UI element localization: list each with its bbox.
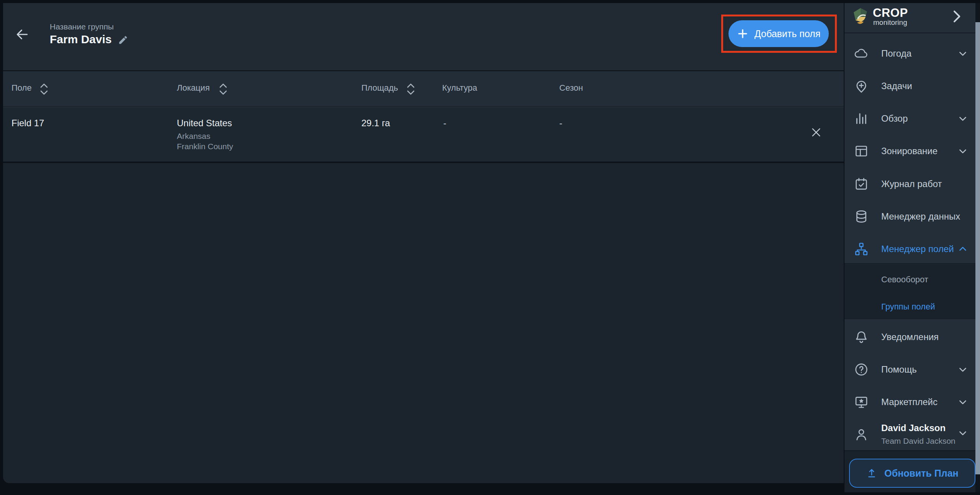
- layout-icon: [854, 143, 869, 159]
- chevron-up-icon: [957, 243, 969, 255]
- sidebar-scrollbar-thumb[interactable]: [975, 22, 980, 474]
- crop-logo-icon: [851, 7, 870, 26]
- sidebar-item-zoning[interactable]: Зонирование: [844, 135, 980, 168]
- page-title: Farm Davis: [50, 33, 112, 46]
- sidebar-item-label: Менеджер данных: [881, 211, 960, 222]
- edit-group-name-button[interactable]: [116, 34, 129, 47]
- column-header-crop: Культура: [442, 83, 477, 93]
- logo-title: CROP: [873, 6, 908, 20]
- database-icon: [854, 209, 869, 224]
- cloud-icon: [854, 46, 869, 61]
- sidebar-subitem-field-groups[interactable]: Группы полей: [881, 302, 935, 312]
- remove-row-button[interactable]: [807, 123, 825, 142]
- sidebar-bottom-bar: Обновить План: [844, 450, 980, 492]
- column-header-area[interactable]: Площадь: [361, 83, 398, 93]
- upgrade-plan-button[interactable]: Обновить План: [849, 459, 975, 488]
- sidebar-item-data-manager[interactable]: Менеджер данных: [844, 200, 980, 233]
- column-header-field[interactable]: Поле: [11, 83, 32, 93]
- cell-area: 29.1 га: [361, 118, 390, 129]
- column-header-season: Сезон: [559, 83, 583, 93]
- sidebar-divider: [844, 33, 980, 33]
- cell-crop: -: [443, 118, 446, 129]
- sidebar-item-weather[interactable]: Погода: [844, 37, 980, 70]
- app-window: Название группы Farm Davis Добавить поля…: [0, 0, 980, 495]
- chevron-down-icon: [957, 427, 969, 439]
- back-arrow-icon: [15, 27, 29, 42]
- group-name-label: Название группы: [50, 22, 114, 31]
- chevron-down-icon: [957, 48, 969, 59]
- sidebar-item-label: Погода: [881, 48, 911, 59]
- pin-plus-icon: [854, 78, 869, 94]
- column-header-location[interactable]: Локация: [177, 83, 210, 93]
- chevron-down-icon: [957, 145, 969, 157]
- window-edge-top: [0, 0, 980, 3]
- bell-icon: [854, 329, 869, 345]
- user-name: David Jackson: [881, 423, 946, 433]
- sidebar-item-tasks[interactable]: Задачи: [844, 70, 980, 103]
- cell-location-district: Franklin County: [177, 142, 233, 151]
- sidebar-item-marketplace[interactable]: Маркетплейс: [844, 386, 980, 418]
- cell-location-country: United States: [177, 118, 232, 129]
- sidebar-item-label: Помощь: [881, 364, 917, 375]
- sort-icon-area[interactable]: [406, 82, 416, 96]
- sidebar-item-label: Зонирование: [881, 146, 938, 156]
- sidebar-item-help[interactable]: Помощь: [844, 353, 980, 386]
- upgrade-plan-label: Обновить План: [884, 468, 958, 479]
- close-icon: [810, 126, 822, 138]
- table-header-bar: [3, 71, 844, 106]
- bars-icon: [854, 111, 869, 126]
- user-team: Team David Jackson: [881, 436, 956, 446]
- cell-season: -: [559, 118, 562, 129]
- user-menu[interactable]: David Jackson Team David Jackson: [844, 417, 980, 450]
- pencil-icon: [118, 35, 128, 46]
- calendar-check-icon: [854, 176, 869, 192]
- marketplace-monitor-star-icon: [854, 394, 869, 410]
- cell-field-name: Field 17: [11, 118, 44, 129]
- add-fields-button[interactable]: Добавить поля: [728, 20, 829, 47]
- sidebar-item-notifications[interactable]: Уведомления: [844, 321, 980, 353]
- sidebar-item-label: Обзор: [881, 113, 908, 124]
- add-fields-label: Добавить поля: [755, 28, 820, 39]
- window-edge-bottom: [0, 492, 980, 495]
- sidebar-item-label: Маркетплейс: [881, 397, 938, 407]
- chevron-down-icon: [957, 364, 969, 375]
- sidebar-item-label: Менеджер полей: [881, 244, 954, 254]
- content-empty-area: [3, 163, 844, 483]
- sort-icon-field[interactable]: [39, 82, 49, 96]
- user-icon: [854, 427, 869, 442]
- plus-icon: [737, 28, 748, 39]
- logo-subtitle: monitoring: [873, 18, 907, 27]
- table-row[interactable]: [3, 107, 844, 162]
- sidebar-item-label: Уведомления: [881, 332, 939, 342]
- sidebar-subitem-crop-rotation[interactable]: Севооборот: [881, 275, 928, 285]
- chevron-down-icon: [957, 113, 969, 124]
- sidebar-item-label: Журнал работ: [881, 179, 942, 189]
- sidebar-item-field-manager[interactable]: Менеджер полей: [844, 233, 980, 265]
- sidebar-item-worklog[interactable]: Журнал работ: [844, 168, 980, 200]
- sidebar-item-overview[interactable]: Обзор: [844, 102, 980, 135]
- sort-icon-location[interactable]: [218, 82, 228, 96]
- sidebar-item-label: Задачи: [881, 81, 912, 91]
- question-icon: [854, 362, 869, 377]
- sitemap-icon: [854, 241, 869, 257]
- collapse-sidebar-button[interactable]: [947, 7, 965, 26]
- chevron-right-icon: [949, 8, 964, 25]
- upload-icon: [866, 467, 877, 479]
- cell-location-region: Arkansas: [177, 132, 211, 141]
- chevron-down-icon: [957, 396, 969, 408]
- back-button[interactable]: [14, 26, 31, 43]
